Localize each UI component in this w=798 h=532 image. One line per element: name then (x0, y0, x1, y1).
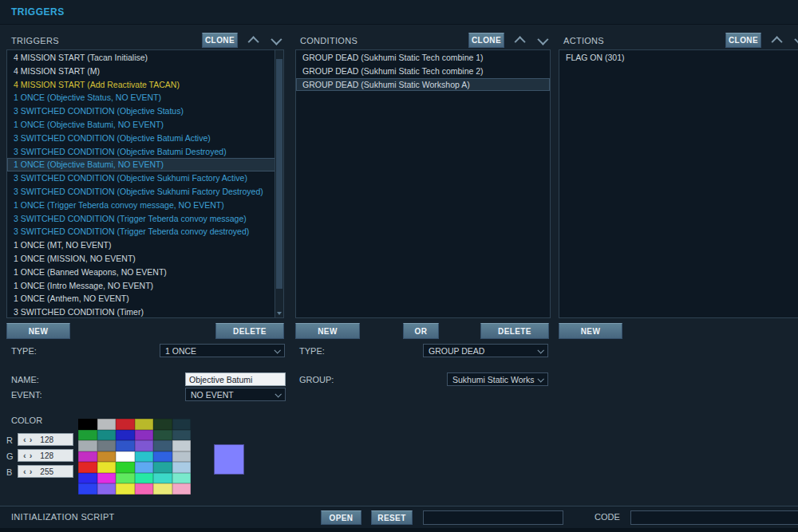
list-item[interactable]: 4 MISSION START (M) (7, 65, 275, 78)
decrement-icon[interactable]: ‹ (22, 451, 28, 460)
palette-swatch[interactable] (97, 451, 117, 463)
palette-swatch[interactable] (153, 419, 172, 430)
list-item[interactable]: 1 ONCE (Intro Message, NO EVENT) (7, 279, 275, 293)
clone-action-button[interactable]: CLONE (725, 33, 761, 48)
palette-swatch[interactable] (153, 451, 172, 463)
move-trigger-up-button[interactable] (246, 33, 263, 48)
palette-swatch[interactable] (97, 462, 117, 473)
palette-swatch[interactable] (97, 483, 117, 495)
list-item[interactable]: 1 ONCE (MISSION, NO EVENT) (7, 252, 275, 266)
palette-swatch[interactable] (97, 440, 117, 451)
palette-swatch[interactable] (116, 473, 135, 484)
palette-swatch[interactable] (172, 451, 192, 463)
list-item[interactable]: 3 SWITCHED CONDITION (Objective Sukhumi … (7, 185, 275, 199)
palette-swatch[interactable] (97, 473, 117, 484)
decrement-icon[interactable]: ‹ (22, 435, 28, 444)
list-item[interactable]: 4 MISSION START (Tacan Initialise) (7, 51, 275, 65)
trigger-event-dropdown[interactable]: NO EVENT (185, 388, 286, 401)
script-file-input[interactable] (423, 510, 563, 525)
trigger-name-input[interactable] (185, 372, 286, 386)
palette-swatch[interactable] (153, 483, 172, 495)
palette-swatch[interactable] (172, 483, 192, 495)
scrollbar-thumb[interactable] (276, 59, 282, 289)
palette-swatch[interactable] (135, 440, 154, 451)
palette-swatch[interactable] (116, 483, 135, 495)
list-item[interactable]: 1 ONCE (Objective Status, NO EVENT) (7, 91, 275, 104)
vertical-scrollbar[interactable] (275, 50, 283, 317)
list-item[interactable]: 3 SWITCHED CONDITION (Trigger Teberda co… (7, 225, 275, 238)
palette-swatch[interactable] (78, 451, 97, 463)
palette-swatch[interactable] (116, 440, 135, 451)
palette-swatch[interactable] (78, 473, 97, 484)
list-item[interactable]: 3 SWITCHED CONDITION (Timer) (7, 305, 275, 317)
list-item[interactable]: 3 SWITCHED CONDITION (Objective Sukhumi … (7, 171, 275, 185)
palette-swatch[interactable] (78, 440, 97, 451)
red-channel-spinner[interactable]: ‹ › 128 (18, 433, 73, 446)
increment-icon[interactable]: › (28, 451, 34, 460)
list-item[interactable]: 1 ONCE (Banned Weapons, NO EVENT) (7, 266, 275, 279)
clone-trigger-button[interactable]: CLONE (202, 33, 238, 48)
decrement-icon[interactable]: ‹ (22, 467, 28, 476)
or-condition-button[interactable]: OR (403, 323, 439, 339)
palette-swatch[interactable] (116, 462, 135, 473)
list-item[interactable]: 1 ONCE (Objective Batumi, NO EVENT) (7, 158, 275, 171)
palette-swatch[interactable] (78, 483, 97, 495)
list-item[interactable]: 1 ONCE (Anthem, NO EVENT) (7, 292, 275, 305)
list-item[interactable]: 3 SWITCHED CONDITION (Trigger Teberda co… (7, 212, 275, 226)
palette-swatch[interactable] (116, 451, 135, 463)
list-item[interactable]: 1 ONCE (MT, NO EVENT) (7, 238, 275, 252)
palette-swatch[interactable] (135, 451, 154, 463)
scroll-down-icon[interactable] (277, 312, 282, 315)
palette-swatch[interactable] (78, 462, 97, 473)
list-item[interactable]: 1 ONCE (Objective Batumi, NO EVENT) (7, 118, 275, 132)
move-action-up-button[interactable] (769, 33, 787, 48)
blue-channel-spinner[interactable]: ‹ › 255 (18, 465, 73, 478)
palette-swatch[interactable] (116, 430, 135, 441)
new-condition-button[interactable]: NEW (295, 323, 360, 339)
new-trigger-button[interactable]: NEW (6, 323, 70, 339)
code-input[interactable] (630, 510, 798, 525)
palette-swatch[interactable] (78, 419, 97, 430)
condition-type-dropdown[interactable]: GROUP DEAD (423, 344, 548, 357)
reset-script-button[interactable]: RESET (371, 510, 413, 525)
palette-swatch[interactable] (135, 419, 154, 430)
delete-condition-button[interactable]: DELETE (480, 323, 549, 339)
list-item[interactable]: 3 SWITCHED CONDITION (Objective Batumi D… (7, 145, 275, 159)
condition-group-dropdown[interactable]: Sukhumi Static Works (447, 372, 548, 386)
list-item[interactable]: 3 SWITCHED CONDITION (Objective Batumi A… (7, 132, 275, 145)
open-script-button[interactable]: OPEN (321, 510, 361, 525)
palette-swatch[interactable] (172, 430, 192, 441)
palette-swatch[interactable] (172, 473, 192, 484)
palette-swatch[interactable] (172, 419, 192, 430)
list-item[interactable]: 4 MISSION START (Add Reactivate TACAN) (7, 78, 275, 92)
move-trigger-down-button[interactable] (267, 33, 284, 48)
increment-icon[interactable]: › (28, 467, 34, 476)
palette-swatch[interactable] (135, 430, 154, 441)
clone-condition-button[interactable]: CLONE (468, 33, 504, 48)
palette-swatch[interactable] (172, 462, 192, 473)
move-action-down-button[interactable] (790, 33, 798, 48)
list-item[interactable]: GROUP DEAD (Sukhumi Static Tech combine … (296, 65, 550, 78)
palette-swatch[interactable] (97, 419, 117, 430)
list-item[interactable]: FLAG ON (301) (559, 51, 798, 65)
palette-swatch[interactable] (116, 419, 135, 430)
trigger-type-dropdown[interactable]: 1 ONCE (160, 344, 285, 357)
move-condition-up-button[interactable] (512, 33, 530, 48)
list-item[interactable]: 1 ONCE (Trigger Teberda convoy message, … (7, 199, 275, 212)
palette-swatch[interactable] (172, 440, 192, 451)
move-condition-down-button[interactable] (533, 33, 551, 48)
palette-swatch[interactable] (97, 430, 117, 441)
list-item[interactable]: GROUP DEAD (Sukhumi Static Workshop A) (296, 78, 550, 92)
palette-swatch[interactable] (135, 483, 154, 495)
palette-swatch[interactable] (153, 430, 172, 441)
palette-swatch[interactable] (135, 462, 154, 473)
palette-swatch[interactable] (135, 473, 154, 484)
list-item[interactable]: GROUP DEAD (Sukhumi Static Tech combine … (296, 51, 550, 65)
palette-swatch[interactable] (153, 473, 172, 484)
palette-swatch[interactable] (153, 440, 172, 451)
palette-swatch[interactable] (78, 430, 97, 441)
list-item[interactable]: 3 SWITCHED CONDITION (Objective Status) (7, 104, 275, 118)
increment-icon[interactable]: › (28, 435, 34, 444)
palette-swatch[interactable] (153, 462, 172, 473)
new-action-button[interactable]: NEW (559, 323, 622, 339)
